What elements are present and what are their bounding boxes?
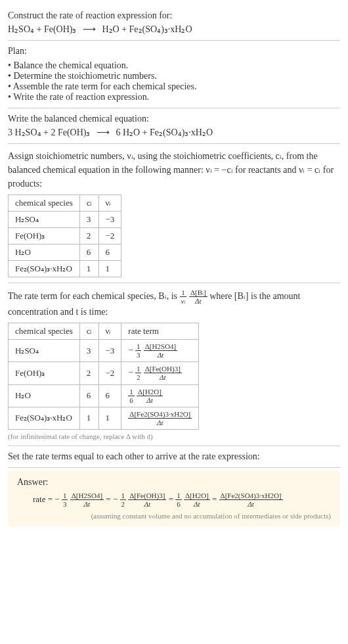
nu-cell: 1	[98, 407, 121, 429]
unbalanced-equation: H₂SO₄ + Fe(OH)₃ ⟶ H₂O + Fe₂(SO₄)₃·xH₂O	[8, 24, 340, 35]
table-row: Fe₂(SO₄)₃·xH₂O 1 1 Δ[Fe2(SO4)3·xH2O]Δt	[9, 407, 199, 429]
answer-title: Answer:	[17, 477, 331, 488]
table-row: H₂SO₄ 3 −3	[9, 212, 121, 228]
frac-den: νᵢ	[180, 297, 187, 305]
stoich-table: chemical species cᵢ νᵢ H₂SO₄ 3 −3 Fe(OH)…	[8, 195, 121, 277]
species-cell: Fe(OH)₃	[9, 362, 80, 384]
c-cell: 3	[79, 212, 98, 228]
table-row: Fe(OH)₃ 2 −2 − 12 Δ[Fe(OH)3]Δt	[9, 362, 199, 384]
conc-frac: Δ[H2SO4]Δt	[70, 492, 104, 508]
conc-frac: Δ[Fe2(SO4)3·xH2O]Δt	[219, 492, 283, 508]
species-cell: H₂O	[9, 244, 80, 261]
answer-note: (assuming constant volume and no accumul…	[17, 512, 331, 520]
col-header: rate term	[121, 323, 199, 340]
frac-den: Δt	[189, 297, 207, 305]
rate-footnote: (for infinitesimal rate of change, repla…	[8, 432, 340, 440]
c-cell: 1	[79, 407, 98, 429]
answer-term: − 12 Δ[Fe(OH)3]Δt	[113, 494, 169, 504]
balanced-equation: 3 H₂SO₄ + 2 Fe(OH)₃ ⟶ 6 H₂O + Fe₂(SO₄)₃·…	[8, 127, 340, 138]
conc-frac: Δ[H2O]Δt	[137, 388, 163, 404]
conc-fraction: Δ[Bᵢ] Δt	[189, 288, 207, 305]
reactants: H₂SO₄ + Fe(OH)₃	[8, 24, 76, 34]
table-row: Fe₂(SO₄)₃·xH₂O 1 1	[9, 261, 121, 277]
rate-term-cell: 16 Δ[H2O]Δt	[121, 384, 199, 407]
table-row: H₂O 6 6 16 Δ[H2O]Δt	[9, 384, 199, 407]
sign: −	[128, 345, 133, 355]
balanced-products: 6 H₂O + Fe₂(SO₄)₃·xH₂O	[116, 127, 213, 137]
plan-section: Plan: Balance the chemical equation. Det…	[8, 41, 340, 108]
problem-section: Construct the rate of reaction expressio…	[8, 5, 340, 41]
plan-item: Determine the stoichiometric numbers.	[8, 71, 340, 81]
col-header: cᵢ	[79, 195, 98, 212]
coef-frac: 13	[62, 492, 68, 508]
nu-cell: −3	[98, 340, 121, 362]
plan-item: Write the rate of reaction expression.	[8, 92, 340, 103]
table-header-row: chemical species cᵢ νᵢ rate term	[9, 323, 199, 340]
nu-cell: 1	[98, 261, 121, 277]
rate-label: rate =	[33, 494, 53, 504]
species-cell: H₂SO₄	[9, 340, 80, 362]
equals: =	[169, 494, 176, 504]
rate-term-cell: − 12 Δ[Fe(OH)3]Δt	[121, 362, 199, 384]
coef-frac: 16	[175, 492, 182, 508]
equals: =	[212, 494, 219, 504]
coef-frac: 12	[135, 365, 142, 381]
coef-frac: 16	[128, 388, 135, 404]
c-cell: 2	[79, 362, 98, 384]
species-cell: Fe₂(SO₄)₃·xH₂O	[9, 261, 80, 277]
reaction-arrow: ⟶	[97, 127, 110, 138]
answer-term: − 13 Δ[H2SO4]Δt	[54, 494, 106, 504]
rate-section: The rate term for each chemical species,…	[8, 283, 340, 446]
nu-cell: 6	[98, 244, 121, 261]
col-header: chemical species	[9, 195, 80, 212]
nu-fraction: 1 νᵢ	[180, 288, 187, 305]
reaction-arrow: ⟶	[83, 24, 96, 35]
frac-num: Δ[Bᵢ]	[189, 288, 207, 297]
col-header: chemical species	[9, 323, 80, 340]
balanced-reactants: 3 H₂SO₄ + 2 Fe(OH)₃	[8, 127, 90, 137]
rate-intro: The rate term for each chemical species,…	[8, 288, 340, 319]
c-cell: 6	[79, 244, 98, 261]
products: H₂O + Fe₂(SO₄)₃·xH₂O	[102, 24, 192, 34]
table-header-row: chemical species cᵢ νᵢ	[9, 195, 121, 212]
plan-title: Plan:	[8, 46, 340, 57]
sign: −	[128, 367, 133, 377]
c-cell: 1	[79, 261, 98, 277]
species-cell: Fe(OH)₃	[9, 228, 80, 244]
answer-term: Δ[Fe2(SO4)3·xH2O]Δt	[219, 494, 283, 504]
stoich-section: Assign stoichiometric numbers, νᵢ, using…	[8, 144, 340, 283]
problem-prompt: Construct the rate of reaction expressio…	[8, 11, 340, 21]
nu-cell: −2	[98, 362, 121, 384]
coef-frac: 12	[120, 492, 127, 508]
balanced-title: Write the balanced chemical equation:	[8, 114, 340, 124]
species-cell: H₂SO₄	[9, 212, 80, 228]
coef-frac: 13	[135, 342, 142, 359]
plan-item: Assemble the rate term for each chemical…	[8, 81, 340, 92]
species-cell: Fe₂(SO₄)₃·xH₂O	[9, 407, 80, 429]
balanced-section: Write the balanced chemical equation: 3 …	[8, 108, 340, 144]
nu-cell: 6	[98, 384, 121, 407]
c-cell: 6	[79, 384, 98, 407]
rate-term-cell: − 13 Δ[H2SO4]Δt	[121, 340, 199, 362]
conc-frac: Δ[H2SO4]Δt	[144, 342, 177, 359]
answer-term: 16 Δ[H2O]Δt	[175, 494, 212, 504]
conc-frac: Δ[Fe(OH)3]Δt	[144, 365, 182, 381]
final-section: Set the rate terms equal to each other t…	[8, 446, 340, 468]
conc-frac: Δ[Fe2(SO4)3·xH2O]Δt	[128, 410, 192, 426]
c-cell: 3	[79, 340, 98, 362]
answer-box: Answer: rate = − 13 Δ[H2SO4]Δt = − 12 Δ[…	[8, 471, 340, 526]
col-header: νᵢ	[98, 195, 121, 212]
sign: −	[54, 494, 59, 504]
rate-table: chemical species cᵢ νᵢ rate term H₂SO₄ 3…	[8, 323, 199, 430]
conc-frac: Δ[H2O]Δt	[184, 492, 210, 508]
nu-cell: −2	[98, 228, 121, 244]
plan-item: Balance the chemical equation.	[8, 60, 340, 71]
col-header: νᵢ	[98, 323, 121, 340]
rate-term-cell: Δ[Fe2(SO4)3·xH2O]Δt	[121, 407, 199, 429]
table-row: Fe(OH)₃ 2 −2	[9, 228, 121, 244]
table-row: H₂O 6 6	[9, 244, 121, 261]
frac-num: 1	[180, 288, 187, 297]
c-cell: 2	[79, 228, 98, 244]
col-header: cᵢ	[79, 323, 98, 340]
rate-intro-a: The rate term for each chemical species,…	[8, 291, 180, 301]
